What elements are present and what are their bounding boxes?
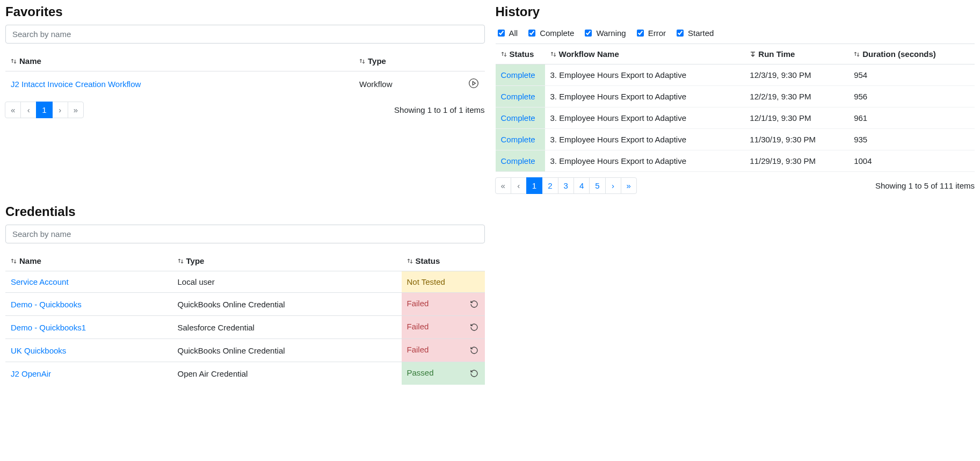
svg-point-0 xyxy=(469,79,478,88)
page-2[interactable]: 2 xyxy=(542,177,558,194)
history-col-duration[interactable]: Duration (seconds) xyxy=(848,44,975,64)
history-status-cell: Complete xyxy=(496,64,545,86)
page-first: « xyxy=(495,177,511,194)
favorites-col-name[interactable]: Name xyxy=(5,51,354,71)
sort-desc-icon xyxy=(750,51,756,57)
sort-icon xyxy=(550,51,557,57)
history-filter-complete[interactable]: Complete xyxy=(526,28,574,38)
history-workflow-name: 3. Employee Hours Export to Adaptive xyxy=(545,86,745,107)
history-filter-all[interactable]: All xyxy=(496,28,518,38)
history-runtime: 12/2/19, 9:30 PM xyxy=(744,86,848,107)
favorites-table: Name Type J2 Intacct Invoice Creation Wo… xyxy=(5,51,485,96)
table-row: Demo - Quickbooks1Salesforce CredentialF… xyxy=(5,316,485,339)
page-1[interactable]: 1 xyxy=(526,177,542,194)
credential-name-link[interactable]: Demo - Quickbooks xyxy=(11,300,82,309)
history-runtime: 11/29/19, 9:30 PM xyxy=(744,150,848,172)
credential-name-link[interactable]: Service Account xyxy=(11,277,69,286)
history-status-link[interactable]: Complete xyxy=(501,70,535,80)
history-status-link[interactable]: Complete xyxy=(501,113,535,123)
refresh-icon[interactable] xyxy=(469,299,480,309)
checkbox[interactable] xyxy=(637,30,644,37)
credentials-col-type[interactable]: Type xyxy=(172,251,402,271)
credential-status: Passed xyxy=(402,362,485,385)
table-row: Demo - QuickbooksQuickBooks Online Crede… xyxy=(5,293,485,316)
sort-icon xyxy=(854,51,860,57)
page-1[interactable]: 1 xyxy=(36,102,52,118)
credentials-col-name[interactable]: Name xyxy=(5,251,172,271)
page-next: › xyxy=(52,102,68,118)
history-status-cell: Complete xyxy=(496,129,545,150)
credential-type: Salesforce Credential xyxy=(172,316,402,339)
history-summary: Showing 1 to 5 of 111 items xyxy=(875,181,975,190)
credential-status: Failed xyxy=(402,339,485,362)
credential-type: Open Air Credential xyxy=(172,362,402,385)
col-label: Name xyxy=(19,256,41,265)
favorite-name-link[interactable]: J2 Intacct Invoice Creation Workflow xyxy=(11,80,141,89)
col-label: Workflow Name xyxy=(559,49,619,59)
history-duration: 935 xyxy=(848,129,975,150)
history-workflow-name: 3. Employee Hours Export to Adaptive xyxy=(545,129,745,150)
refresh-icon[interactable] xyxy=(469,322,480,333)
history-workflow-name: 3. Employee Hours Export to Adaptive xyxy=(545,150,745,172)
checkbox[interactable] xyxy=(677,30,684,37)
table-row: Service AccountLocal userNot Tested xyxy=(5,271,485,293)
page-last[interactable]: » xyxy=(621,177,637,194)
page-4[interactable]: 4 xyxy=(574,177,590,194)
credential-status: Not Tested xyxy=(402,271,485,293)
history-status-link[interactable]: Complete xyxy=(501,156,535,165)
favorites-col-type[interactable]: Type xyxy=(354,51,462,71)
page-3[interactable]: 3 xyxy=(558,177,574,194)
page-next[interactable]: › xyxy=(605,177,621,194)
history-status-link[interactable]: Complete xyxy=(501,92,535,101)
credentials-table: Name Type Status xyxy=(5,251,485,385)
history-filter-warning[interactable]: Warning xyxy=(583,28,626,38)
favorites-summary: Showing 1 to 1 of 1 items xyxy=(394,105,484,114)
credential-status: Failed xyxy=(402,293,485,316)
play-icon[interactable] xyxy=(468,77,480,89)
checkbox[interactable] xyxy=(585,30,592,37)
checkbox[interactable] xyxy=(498,30,505,37)
history-status-cell: Complete xyxy=(496,107,545,129)
table-row: Complete3. Employee Hours Export to Adap… xyxy=(496,150,975,172)
credential-name-link[interactable]: UK Quickbooks xyxy=(11,346,66,355)
history-workflow-name: 3. Employee Hours Export to Adaptive xyxy=(545,64,745,86)
history-status-cell: Complete xyxy=(496,150,545,172)
credentials-col-status[interactable]: Status xyxy=(402,251,485,271)
table-row: Complete3. Employee Hours Export to Adap… xyxy=(496,86,975,107)
history-col-workflow[interactable]: Workflow Name xyxy=(545,44,745,64)
history-filter-error[interactable]: Error xyxy=(635,28,666,38)
filter-label: Complete xyxy=(540,28,574,38)
col-label: Run Time xyxy=(758,49,795,59)
refresh-icon[interactable] xyxy=(469,368,480,379)
table-row: Complete3. Employee Hours Export to Adap… xyxy=(496,107,975,129)
history-heading: History xyxy=(496,4,975,19)
history-filter-started[interactable]: Started xyxy=(674,28,714,38)
sort-icon xyxy=(178,258,184,264)
history-status-cell: Complete xyxy=(496,86,545,107)
favorites-pagination: «‹1›» xyxy=(5,102,84,118)
history-status-link[interactable]: Complete xyxy=(501,135,535,144)
col-label: Duration (seconds) xyxy=(862,49,936,59)
credential-type: QuickBooks Online Credential xyxy=(172,293,402,316)
credential-name-link[interactable]: Demo - Quickbooks1 xyxy=(11,323,86,332)
credential-name-link[interactable]: J2 OpenAir xyxy=(11,369,51,378)
history-duration: 961 xyxy=(848,107,975,129)
history-col-runtime[interactable]: Run Time xyxy=(744,44,848,64)
table-row: J2 OpenAirOpen Air CredentialPassed xyxy=(5,362,485,385)
credentials-panel: Credentials Name Type xyxy=(5,204,485,385)
page-first: « xyxy=(5,102,21,118)
refresh-icon[interactable] xyxy=(469,345,480,356)
history-duration: 954 xyxy=(848,64,975,86)
history-col-status[interactable]: Status xyxy=(496,44,545,64)
filter-label: Error xyxy=(648,28,666,38)
page-5[interactable]: 5 xyxy=(589,177,605,194)
credentials-search-input[interactable] xyxy=(5,225,485,243)
history-runtime: 11/30/19, 9:30 PM xyxy=(744,129,848,150)
history-panel: History AllCompleteWarningErrorStarted S… xyxy=(496,4,975,194)
col-label: Type xyxy=(186,256,205,265)
col-label: Status xyxy=(510,49,534,59)
favorites-search-input[interactable] xyxy=(5,25,485,44)
filter-label: Started xyxy=(688,28,714,38)
checkbox[interactable] xyxy=(528,30,535,37)
history-pagination: «‹12345›» xyxy=(496,177,637,194)
